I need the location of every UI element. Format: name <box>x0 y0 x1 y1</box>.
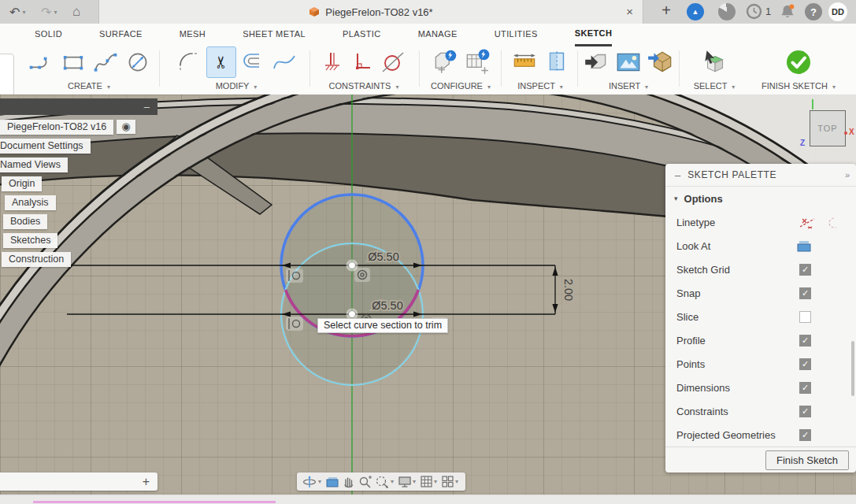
undo-caret-icon[interactable]: ▾ <box>22 9 25 16</box>
insert-canvas-icon[interactable] <box>614 48 643 76</box>
modify-dropdown[interactable]: MODIFY ▾ <box>216 81 258 91</box>
dropdown-caret-icon[interactable]: ▾ <box>455 478 458 485</box>
browser-root-label[interactable]: PiegeFrelon-TO82 v16 <box>0 120 113 135</box>
look-at-button[interactable] <box>325 476 339 488</box>
profile-checkbox[interactable] <box>799 335 811 346</box>
insert-mesh-icon[interactable] <box>647 48 675 76</box>
dimension-bottom-diameter[interactable]: Ø5.50 <box>372 299 403 312</box>
timeline-add-icon[interactable]: + <box>143 475 150 489</box>
tab-utilities[interactable]: UTILITIES <box>495 24 538 45</box>
viewcube[interactable]: TOP <box>810 110 846 146</box>
insert-dropdown[interactable]: INSERT ▾ <box>609 81 648 91</box>
browser-item-label[interactable]: Document Settings <box>0 139 91 154</box>
home-button[interactable]: ⌂ <box>72 0 80 24</box>
zoom-button[interactable] <box>358 475 372 489</box>
configure-table-icon[interactable] <box>463 48 491 76</box>
browser-item-construction[interactable]: Construction <box>2 251 71 267</box>
tab-solid[interactable]: SOLID <box>35 24 62 45</box>
viewports-button[interactable]: ▾ <box>441 475 460 488</box>
visibility-icon[interactable]: ◉ <box>117 120 135 134</box>
pan-button[interactable] <box>342 475 356 489</box>
document-tab[interactable]: PiegeFrelon-TO82 v16* × <box>98 0 643 24</box>
create-spline-icon[interactable] <box>91 48 120 76</box>
browser-item-label[interactable]: Origin <box>2 176 42 191</box>
create-dropdown[interactable]: CREATE ▾ <box>68 81 110 91</box>
constraint-fix-icon[interactable] <box>321 49 346 76</box>
close-tab-icon[interactable]: × <box>626 5 633 18</box>
select-dropdown[interactable]: SELECT ▾ <box>694 81 736 91</box>
avatar[interactable]: DD <box>828 2 847 21</box>
grid-settings-button[interactable]: ▾ <box>420 475 439 488</box>
section-collapse-icon[interactable]: ▾ <box>674 195 678 202</box>
tab-mesh[interactable]: MESH <box>180 24 206 45</box>
fit-button[interactable]: ▾ <box>375 475 395 489</box>
sketch-grid-checkbox[interactable] <box>799 264 811 276</box>
browser-item-origin[interactable]: Origin <box>2 176 42 191</box>
modify-trim-tool-active[interactable]: ✂ <box>206 46 236 78</box>
configure-features-icon[interactable] <box>431 48 459 76</box>
modify-curve-icon[interactable] <box>271 49 298 76</box>
viewcube-top-face[interactable]: TOP <box>817 124 837 133</box>
dimensions-checkbox[interactable] <box>799 382 811 394</box>
inspect-measure-icon[interactable] <box>510 48 539 76</box>
palette-expand-icon[interactable]: » <box>845 170 850 180</box>
undo-button[interactable]: ↶ ▾ <box>9 0 25 24</box>
palette-options-section[interactable]: ▾ Options <box>665 187 856 210</box>
browser-item-label[interactable]: Named Views <box>0 158 68 172</box>
modify-fillet-icon[interactable] <box>176 49 202 76</box>
dimension-vertical-distance[interactable]: 2.00 <box>562 279 575 301</box>
help-button[interactable]: ? <box>805 3 822 20</box>
palette-header[interactable]: – SKETCH PALETTE » <box>665 164 856 187</box>
tab-sheet-metal[interactable]: SHEET METAL <box>243 24 306 45</box>
inspect-dropdown[interactable]: INSPECT ▾ <box>517 81 563 91</box>
constraints-checkbox[interactable] <box>799 406 811 417</box>
snap-checkbox[interactable] <box>799 287 811 299</box>
create-line-icon[interactable] <box>27 48 55 76</box>
slice-checkbox[interactable] <box>799 311 811 323</box>
notifications-button[interactable] <box>778 2 797 24</box>
create-rectangle-icon[interactable] <box>59 48 87 76</box>
job-status-icon[interactable] <box>718 3 736 20</box>
browser-item-label[interactable]: Sketches <box>3 233 57 248</box>
dropdown-caret-icon[interactable]: ▾ <box>318 478 321 485</box>
select-icon[interactable] <box>699 47 729 77</box>
modify-offset-icon[interactable] <box>240 49 267 76</box>
display-settings-button[interactable]: ▾ <box>398 475 417 488</box>
dimension-top-diameter[interactable]: Ø5.50 <box>368 250 399 263</box>
new-tab-button[interactable]: + <box>656 2 676 20</box>
inspect-section-icon[interactable] <box>543 48 571 76</box>
insert-derive-icon[interactable] <box>582 48 610 76</box>
constraint-tangent-icon[interactable] <box>379 48 407 76</box>
redo-button[interactable]: ↷ ▾ <box>41 0 57 24</box>
points-checkbox[interactable] <box>799 358 811 370</box>
tab-manage[interactable]: MANAGE <box>418 24 458 45</box>
linetype-centerline-icon[interactable] <box>821 217 837 229</box>
tab-plastic[interactable]: PLASTIC <box>343 24 381 45</box>
timeline-progress-line[interactable] <box>33 501 276 503</box>
constraints-dropdown[interactable]: CONSTRAINTS ▾ <box>329 81 399 91</box>
tab-surface[interactable]: SURFACE <box>99 24 143 45</box>
browser-item-label[interactable]: Bodies <box>3 214 47 229</box>
palette-scrollbar[interactable] <box>851 341 854 396</box>
create-circle-dimension-icon[interactable] <box>124 48 152 76</box>
browser-item-bodies[interactable]: Bodies <box>3 213 47 229</box>
tab-sketch[interactable]: SKETCH <box>575 23 613 46</box>
dropdown-caret-icon[interactable]: ▾ <box>391 478 394 485</box>
extensions-button[interactable]: ▲ <box>687 3 704 20</box>
browser-item-root[interactable]: PiegeFrelon-TO82 v16◉ <box>0 119 135 135</box>
browser-panel-header[interactable]: – <box>0 98 157 115</box>
dropdown-caret-icon[interactable]: ▾ <box>413 478 416 485</box>
browser-item-label[interactable]: Analysis <box>5 195 56 210</box>
browser-minimize-icon[interactable]: – <box>144 101 150 113</box>
browser-item-named-views[interactable]: Named Views <box>0 157 68 172</box>
palette-minimize-icon[interactable]: – <box>675 169 680 181</box>
linetype-construction-icon[interactable] <box>799 217 815 229</box>
orbit-button[interactable]: ▾ <box>302 475 323 489</box>
timeline-bar[interactable]: + <box>0 472 157 491</box>
constraint-perpendicular-icon[interactable] <box>350 49 375 76</box>
projected-geometries-checkbox[interactable] <box>799 429 811 441</box>
browser-item-document-settings[interactable]: Document Settings <box>0 138 91 154</box>
dropdown-caret-icon[interactable]: ▾ <box>434 478 437 485</box>
configure-dropdown[interactable]: CONFIGURE ▾ <box>431 81 491 91</box>
look-at-icon[interactable] <box>797 240 811 252</box>
